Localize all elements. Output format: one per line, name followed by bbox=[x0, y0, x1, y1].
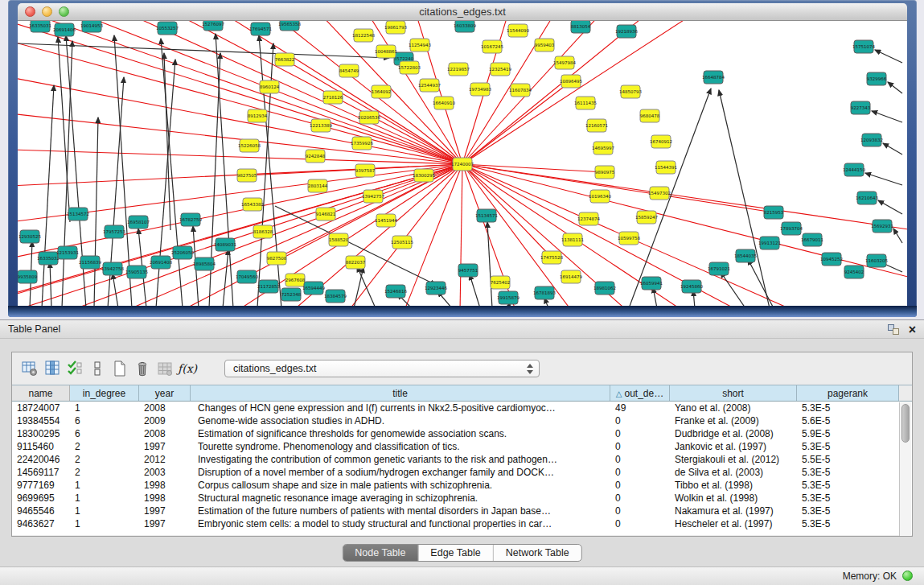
network-node[interactable]: 16740912 bbox=[650, 135, 672, 148]
network-node[interactable]: 15134572 bbox=[67, 208, 89, 220]
network-node[interactable]: 13942757 bbox=[362, 190, 384, 203]
tab-network-table[interactable]: Network Table bbox=[493, 545, 581, 561]
network-node[interactable]: 16335031 bbox=[29, 21, 51, 32]
float-panel-icon[interactable] bbox=[888, 324, 899, 335]
network-node[interactable]: 19734983 bbox=[469, 83, 491, 96]
network-node[interactable]: 8215953 bbox=[764, 206, 784, 219]
table-row[interactable]: 946362711997Embryonic stem cells: a mode… bbox=[12, 517, 912, 530]
network-node[interactable]: 17957253 bbox=[103, 225, 125, 238]
network-node[interactable]: 10167245 bbox=[481, 40, 503, 53]
network-node[interactable]: 15134571 bbox=[475, 209, 498, 222]
column-header-name[interactable]: name bbox=[12, 385, 70, 401]
scrollbar-thumb[interactable] bbox=[901, 404, 910, 443]
network-node[interactable]: 16679011 bbox=[801, 233, 823, 246]
network-node[interactable]: 12153931 bbox=[56, 246, 79, 259]
network-node[interactable]: 19861793 bbox=[384, 21, 407, 34]
network-node[interactable]: 25206050 bbox=[171, 246, 194, 259]
network-node[interactable]: 12219857 bbox=[447, 63, 470, 76]
network-node[interactable]: 14695997 bbox=[592, 142, 614, 154]
network-node[interactable]: 10599758 bbox=[618, 232, 640, 245]
network-node[interactable]: 16914479 bbox=[560, 270, 582, 283]
network-node[interactable]: 17359926 bbox=[351, 137, 373, 150]
network-node[interactable]: 9680478 bbox=[640, 109, 660, 122]
close-panel-icon[interactable]: × bbox=[909, 324, 916, 336]
network-node[interactable]: 9457751 bbox=[458, 264, 478, 277]
show-column-icon[interactable] bbox=[41, 357, 64, 380]
network-node[interactable]: 18122548 bbox=[352, 29, 375, 42]
table-row[interactable]: 969969511998Structural magnetic resonanc… bbox=[12, 492, 912, 505]
network-node[interactable]: 17475528 bbox=[540, 251, 563, 264]
network-node[interactable]: 15226058 bbox=[238, 139, 261, 152]
network-node[interactable]: 9827505 bbox=[237, 169, 257, 182]
new-table-icon[interactable] bbox=[109, 357, 131, 380]
network-node[interactable]: 10196340 bbox=[589, 190, 611, 203]
network-node[interactable]: 16594449 bbox=[302, 282, 325, 295]
network-node[interactable]: 16648784 bbox=[702, 71, 725, 84]
network-node[interactable]: 20691408 bbox=[150, 256, 172, 269]
network-node[interactable]: 9146821 bbox=[316, 208, 336, 220]
network-node[interactable]: 11544391 bbox=[655, 161, 677, 174]
network-node[interactable]: 16958107 bbox=[127, 216, 150, 229]
network-node[interactable]: 19913121 bbox=[758, 237, 781, 249]
network-node[interactable]: 18981062 bbox=[593, 282, 616, 295]
network-node[interactable]: 8912934 bbox=[248, 109, 268, 122]
network-node[interactable]: 10896495 bbox=[560, 75, 582, 88]
table-row[interactable]: 911546021997Tourette syndrome. Phenomeno… bbox=[12, 440, 912, 453]
network-canvas[interactable]: 1633503120691406190149531055325715276097… bbox=[18, 21, 907, 306]
network-node[interactable]: 18384579 bbox=[324, 290, 347, 303]
network-node[interactable]: 11603205 bbox=[865, 254, 888, 267]
network-node[interactable]: 9329966 bbox=[867, 72, 887, 85]
table-row[interactable]: 1830029562008Estimation of significance … bbox=[12, 427, 912, 440]
network-node[interactable]: 17049560 bbox=[236, 270, 258, 283]
network-node[interactable]: 21156839 bbox=[79, 256, 101, 269]
column-header-short[interactable]: short bbox=[670, 385, 797, 401]
import-table-icon[interactable] bbox=[154, 357, 176, 380]
table-row[interactable]: 977716911998Corpus callosum shape and si… bbox=[12, 479, 912, 492]
table-row[interactable]: 2242004622012Investigating the contribut… bbox=[12, 453, 912, 466]
network-node[interactable]: 10048861 bbox=[375, 45, 397, 58]
network-node[interactable]: 11544090 bbox=[507, 24, 529, 37]
network-node[interactable]: 12544937 bbox=[418, 79, 441, 92]
network-node[interactable]: 16033809 bbox=[454, 21, 476, 32]
network-node[interactable]: 11607834 bbox=[509, 84, 532, 97]
network-node[interactable]: 17240007 bbox=[451, 158, 474, 171]
network-node[interactable]: 16059941 bbox=[640, 277, 663, 290]
column-header-pagerank[interactable]: pagerank bbox=[797, 385, 899, 401]
network-node[interactable]: 11451944 bbox=[375, 214, 397, 227]
network-node[interactable]: 11381111 bbox=[561, 233, 584, 246]
network-window-titlebar[interactable]: citations_edges.txt bbox=[18, 3, 907, 21]
network-node[interactable]: 9959403 bbox=[535, 39, 555, 51]
network-node[interactable]: 12374874 bbox=[577, 212, 600, 225]
network-node[interactable]: 8822037 bbox=[346, 256, 366, 269]
row-options-icon[interactable] bbox=[86, 357, 109, 380]
network-node[interactable]: 9245402 bbox=[844, 266, 864, 278]
table-selector-dropdown[interactable]: citations_edges.txt bbox=[224, 360, 540, 377]
minimize-window-button[interactable] bbox=[42, 6, 52, 17]
network-node[interactable]: 2718126 bbox=[323, 91, 343, 104]
network-node[interactable]: 14850793 bbox=[619, 85, 642, 98]
network-node[interactable]: 15246816 bbox=[384, 285, 407, 298]
network-node[interactable]: 1588520 bbox=[329, 233, 349, 246]
network-node[interactable]: 12160571 bbox=[585, 119, 608, 132]
network-node[interactable]: 15276097 bbox=[202, 21, 224, 31]
function-builder-icon[interactable]: ƒ(x) bbox=[176, 357, 199, 380]
network-node[interactable]: 7663822 bbox=[275, 53, 295, 66]
network-node[interactable]: 15497984 bbox=[553, 56, 576, 69]
network-node[interactable]: 15497302 bbox=[648, 187, 671, 200]
network-node[interactable]: 16781893 bbox=[533, 286, 556, 299]
network-node[interactable]: 16210643 bbox=[856, 192, 878, 204]
table-settings-icon[interactable] bbox=[18, 357, 41, 380]
network-node[interactable]: 12213389 bbox=[310, 119, 332, 132]
table-row[interactable]: 1872400712008Changes of HCN gene express… bbox=[12, 402, 912, 414]
network-node[interactable]: 16791021 bbox=[708, 262, 730, 275]
table-row[interactable]: 1456911722003Disruption of a novel membe… bbox=[12, 466, 912, 479]
network-node[interactable]: 1364092 bbox=[372, 85, 392, 98]
delete-table-icon[interactable] bbox=[131, 357, 154, 380]
network-node[interactable]: 7625402 bbox=[491, 276, 511, 289]
network-node[interactable]: 2967608 bbox=[285, 274, 306, 286]
network-node[interactable]: 15722803 bbox=[398, 61, 421, 74]
table-row[interactable]: 946554611997Estimation of the future num… bbox=[12, 505, 912, 517]
network-node[interactable]: 19565358 bbox=[278, 21, 301, 31]
tab-node-table[interactable]: Node Table bbox=[343, 545, 417, 561]
network-node[interactable]: 12923446 bbox=[425, 282, 447, 295]
